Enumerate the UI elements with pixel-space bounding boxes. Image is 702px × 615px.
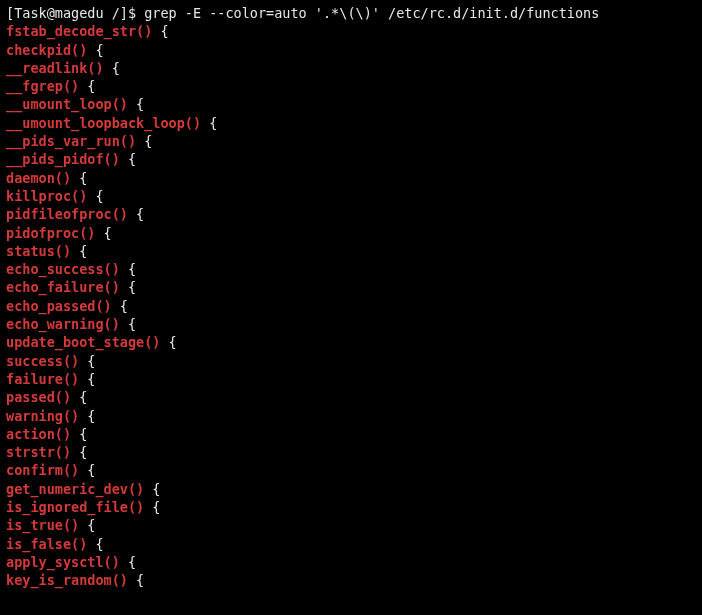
grep-match: daemon() <box>6 170 71 186</box>
output-line: echo_passed() { <box>6 297 696 315</box>
grep-match: update_boot_stage() <box>6 334 160 350</box>
line-rest: { <box>79 371 95 387</box>
output-line: __umount_loopback_loop() { <box>6 114 696 132</box>
output-line: daemon() { <box>6 169 696 187</box>
grep-match: warning() <box>6 408 79 424</box>
line-rest: { <box>79 517 95 533</box>
line-rest: { <box>120 316 136 332</box>
output-line: action() { <box>6 425 696 443</box>
grep-match: passed() <box>6 389 71 405</box>
output-line: status() { <box>6 242 696 260</box>
line-rest: { <box>136 133 152 149</box>
command-text: grep -E --color=auto '.*\(\)' /etc/rc.d/… <box>144 5 599 21</box>
output-line: is_false() { <box>6 535 696 553</box>
line-rest: { <box>128 572 144 588</box>
line-rest: { <box>128 96 144 112</box>
output-line: __umount_loop() { <box>6 95 696 113</box>
line-rest: { <box>120 554 136 570</box>
output-line: __pids_pidof() { <box>6 150 696 168</box>
grep-match: key_is_random() <box>6 572 128 588</box>
grep-match: failure() <box>6 371 79 387</box>
line-rest: { <box>79 408 95 424</box>
line-rest: { <box>201 115 217 131</box>
line-rest: { <box>87 42 103 58</box>
line-rest: { <box>120 261 136 277</box>
grep-match: echo_success() <box>6 261 120 277</box>
output-line: passed() { <box>6 388 696 406</box>
grep-match: echo_passed() <box>6 298 112 314</box>
grep-match: echo_warning() <box>6 316 120 332</box>
line-rest: { <box>71 389 87 405</box>
line-rest: { <box>71 444 87 460</box>
grep-match: checkpid() <box>6 42 87 58</box>
line-rest: { <box>104 60 120 76</box>
grep-match: strstr() <box>6 444 71 460</box>
terminal-output: [Task@magedu /]$ grep -E --color=auto '.… <box>0 0 702 594</box>
line-rest: { <box>112 298 128 314</box>
output-line: is_ignored_file() { <box>6 498 696 516</box>
output-line: key_is_random() { <box>6 571 696 589</box>
line-rest: { <box>79 462 95 478</box>
grep-match: success() <box>6 353 79 369</box>
grep-match: is_true() <box>6 517 79 533</box>
grep-match: action() <box>6 426 71 442</box>
output-line: pidofproc() { <box>6 224 696 242</box>
output-line: apply_sysctl() { <box>6 553 696 571</box>
grep-match: is_ignored_file() <box>6 499 144 515</box>
line-rest: { <box>87 188 103 204</box>
grep-match: pidofproc() <box>6 225 95 241</box>
output-line: update_boot_stage() { <box>6 333 696 351</box>
grep-match: fstab_decode_str() <box>6 23 152 39</box>
grep-match: echo_failure() <box>6 279 120 295</box>
line-rest: { <box>144 481 160 497</box>
shell-prompt: [Task@magedu /]$ <box>6 5 136 21</box>
output-line: echo_success() { <box>6 260 696 278</box>
grep-match: __pids_pidof() <box>6 151 120 167</box>
output-line: echo_warning() { <box>6 315 696 333</box>
output-line: fstab_decode_str() { <box>6 22 696 40</box>
line-rest: { <box>120 151 136 167</box>
line-rest: { <box>87 536 103 552</box>
output-line: killproc() { <box>6 187 696 205</box>
output-line: __pids_var_run() { <box>6 132 696 150</box>
grep-match: status() <box>6 243 71 259</box>
output-line: __readlink() { <box>6 59 696 77</box>
grep-match: is_false() <box>6 536 87 552</box>
line-rest: { <box>95 225 111 241</box>
line-rest: { <box>152 23 168 39</box>
output-line: checkpid() { <box>6 41 696 59</box>
grep-match: apply_sysctl() <box>6 554 120 570</box>
line-rest: { <box>79 353 95 369</box>
output-line: strstr() { <box>6 443 696 461</box>
line-rest: { <box>79 78 95 94</box>
grep-match: __fgrep() <box>6 78 79 94</box>
grep-match: get_numeric_dev() <box>6 481 144 497</box>
line-rest: { <box>71 170 87 186</box>
line-rest: { <box>160 334 176 350</box>
output-line: confirm() { <box>6 461 696 479</box>
grep-match: confirm() <box>6 462 79 478</box>
line-rest: { <box>71 426 87 442</box>
grep-match: __pids_var_run() <box>6 133 136 149</box>
output-line: warning() { <box>6 407 696 425</box>
line-rest: { <box>71 243 87 259</box>
output-line: success() { <box>6 352 696 370</box>
grep-match: __umount_loop() <box>6 96 128 112</box>
grep-match: __readlink() <box>6 60 104 76</box>
output-line: is_true() { <box>6 516 696 534</box>
output-line: get_numeric_dev() { <box>6 480 696 498</box>
grep-match: __umount_loopback_loop() <box>6 115 201 131</box>
output-line: __fgrep() { <box>6 77 696 95</box>
prompt-line: [Task@magedu /]$ grep -E --color=auto '.… <box>6 4 696 22</box>
output-line: failure() { <box>6 370 696 388</box>
line-rest: { <box>120 279 136 295</box>
line-rest: { <box>128 206 144 222</box>
output-line: echo_failure() { <box>6 278 696 296</box>
output-line: pidfileofproc() { <box>6 205 696 223</box>
line-rest: { <box>144 499 160 515</box>
grep-match: killproc() <box>6 188 87 204</box>
grep-match: pidfileofproc() <box>6 206 128 222</box>
